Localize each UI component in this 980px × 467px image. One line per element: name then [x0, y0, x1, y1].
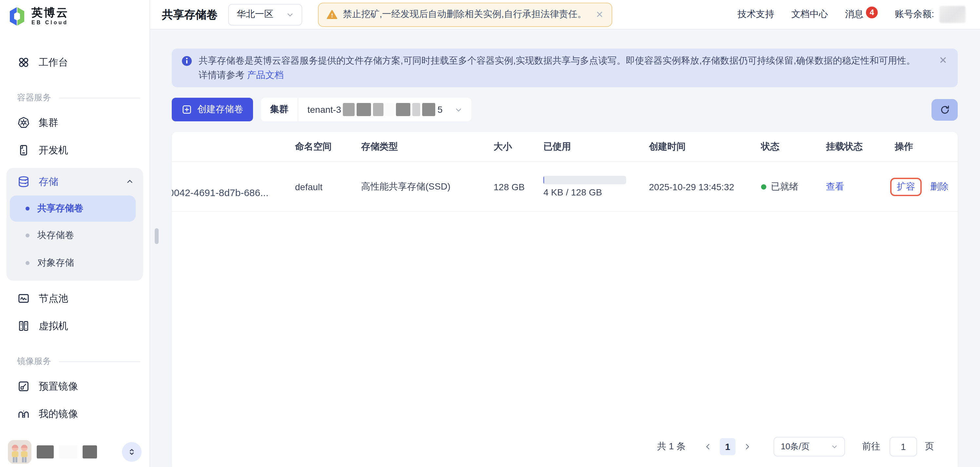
sidebar-item-cluster[interactable]: 集群: [6, 110, 143, 135]
cluster-value-suffix: 5: [438, 104, 443, 115]
sidebar-subitem-block-volume[interactable]: 块存储卷: [6, 222, 143, 249]
sidebar-item-devmachine[interactable]: 开发机: [6, 138, 143, 163]
main-content: 共享存储卷是英博云容器服务提供的文件存储方案,可同时挂载至多个容器实例,实现数据…: [150, 30, 980, 467]
sidebar-section-image-services: 镜像服务: [17, 355, 140, 367]
toolbar: 创建存储卷 集群 tenant-3 5: [172, 98, 958, 121]
cluster-value-prefix: tenant-3: [307, 104, 341, 115]
cell-size: 128 GB: [493, 181, 543, 192]
support-link[interactable]: 技术支持: [737, 8, 774, 20]
sidebar-user-bar: [0, 437, 150, 467]
sidebar-section-container-services: 容器服务: [17, 92, 140, 104]
sidebar-item-vm[interactable]: 虚拟机: [6, 314, 143, 338]
cell-used: 4 KB / 128 GB: [543, 176, 649, 198]
sidebar-item-workbench[interactable]: 工作台: [6, 50, 143, 75]
goto-page-input[interactable]: [889, 437, 917, 456]
chevron-down-icon: [831, 443, 838, 450]
info-line2-prefix: 详情请参考: [199, 70, 247, 80]
cluster-label: 集群: [261, 104, 298, 115]
create-volume-label: 创建存储卷: [197, 104, 243, 115]
cell-namespace: default: [295, 181, 361, 192]
table-header-ops: 操作: [895, 141, 958, 153]
cell-storage-type: 高性能共享存储(SSD): [361, 181, 493, 193]
sidebar-subitem-shared-volume[interactable]: 共享存储卷: [10, 196, 136, 222]
cluster-selector[interactable]: 集群 tenant-3 5: [261, 98, 471, 121]
next-page-icon[interactable]: [740, 443, 755, 451]
page-unit-label: 页: [925, 441, 934, 453]
delete-volume-link[interactable]: 删除: [930, 181, 948, 193]
info-line2: 详情请参考 产品文档: [199, 68, 915, 82]
region-selector[interactable]: 华北一区: [228, 3, 302, 25]
warning-close-icon[interactable]: ✕: [596, 9, 603, 20]
info-banner-close-icon[interactable]: ✕: [939, 54, 947, 66]
sidebar-subitem-object-storage[interactable]: 对象存储: [6, 249, 143, 277]
cell-status: 已就绪: [761, 181, 826, 193]
view-mount-link[interactable]: 查看: [826, 181, 844, 191]
chevron-down-icon: [286, 11, 294, 18]
sidebar-item-my-image[interactable]: 我的镜像: [6, 402, 143, 426]
annotation-highlight-box: 扩容: [890, 177, 922, 196]
pagination: 共 1 条 1 10条/页 前往 页: [657, 437, 934, 456]
info-icon: [181, 55, 193, 67]
redacted-username-block: [59, 445, 77, 459]
kubernetes-icon: [17, 116, 30, 129]
product-docs-link[interactable]: 产品文档: [247, 70, 284, 80]
page-size-selector[interactable]: 10条/页: [773, 437, 845, 456]
status-dot-icon: [761, 184, 766, 189]
plus-square-icon: [181, 104, 192, 115]
info-banner: 共享存储卷是英博云容器服务提供的文件存储方案,可同时挂载至多个容器实例,实现数据…: [172, 49, 958, 87]
messages-link[interactable]: 消息 4: [845, 8, 878, 20]
redacted-cluster-block: [343, 103, 355, 116]
sidebar-item-preset-image[interactable]: 预置镜像: [6, 374, 143, 399]
redacted-username-block: [83, 445, 97, 459]
sidebar-item-label: 存储: [39, 175, 58, 188]
balance-label: 账号余额:: [895, 8, 934, 20]
sidebar-item-storage[interactable]: 存储: [6, 168, 143, 196]
expand-volume-link[interactable]: 扩容: [897, 181, 915, 193]
chevron-up-icon[interactable]: [126, 178, 134, 186]
brand-name-en: EB Cloud: [32, 20, 69, 26]
prev-page-icon[interactable]: [700, 443, 716, 451]
node-pool-icon: [17, 292, 30, 305]
virtual-machine-icon: [17, 319, 30, 333]
message-count-badge: 4: [866, 6, 878, 18]
sidebar-item-nodepool[interactable]: 节点池: [6, 286, 143, 311]
cell-volume-name[interactable]: 0042-4691-8d7b-686...: [172, 187, 295, 198]
refresh-button[interactable]: [931, 99, 958, 120]
create-volume-button[interactable]: 创建存储卷: [172, 98, 253, 121]
goto-label: 前往: [862, 441, 880, 453]
table-header-used: 已使用: [543, 141, 649, 153]
brand-text: 英博云 EB Cloud: [32, 6, 69, 26]
sidebar-item-label: 开发机: [39, 144, 68, 156]
sidebar-subitem-label: 块存储卷: [37, 230, 74, 241]
warning-banner: 禁止挖矿,一经发现后自动删除相关实例,自行承担法律责任。 ✕: [318, 2, 612, 27]
sidebar-item-label: 虚拟机: [39, 320, 68, 332]
info-line1: 共享存储卷是英博云容器服务提供的文件存储方案,可同时挂载至多个容器实例,实现数据…: [199, 53, 915, 68]
user-avatar[interactable]: [8, 440, 32, 464]
current-page-button[interactable]: 1: [720, 438, 735, 455]
bullet-icon: [25, 261, 30, 265]
section-label: 容器服务: [17, 92, 51, 104]
page-title: 共享存储卷: [162, 7, 218, 22]
redacted-cluster-block: [423, 103, 436, 116]
redacted-username-block: [37, 445, 54, 459]
brand-logo-icon: [8, 6, 25, 26]
user-menu-expand-button[interactable]: [122, 442, 142, 462]
table-header-type: 存储类型: [361, 141, 493, 153]
messages-label: 消息: [845, 8, 863, 20]
table-header-size: 大小: [493, 141, 543, 153]
usage-progress-bar: [543, 176, 626, 184]
redacted-cluster-block: [413, 103, 420, 116]
page-size-value: 10条/页: [781, 441, 810, 453]
section-label: 镜像服务: [17, 355, 51, 367]
scrollbar-thumb[interactable]: [155, 228, 159, 244]
volume-name: 0042-4691-8d7b-686...: [172, 187, 269, 198]
account-balance: 账号余额:: [895, 6, 966, 23]
usage-text: 4 KB / 128 GB: [543, 187, 649, 198]
status-text: 已就绪: [771, 181, 799, 193]
docs-link[interactable]: 文档中心: [791, 8, 828, 20]
volume-table-card: 命名空间 存储类型 大小 已使用 创建时间 状态 挂载状态 操作 0042-46…: [172, 132, 958, 467]
sidebar: 英博云 EB Cloud 工作台 容器服务: [0, 0, 150, 467]
preset-image-icon: [17, 380, 30, 393]
region-value: 华北一区: [237, 8, 274, 20]
sidebar-item-label: 集群: [39, 116, 58, 129]
